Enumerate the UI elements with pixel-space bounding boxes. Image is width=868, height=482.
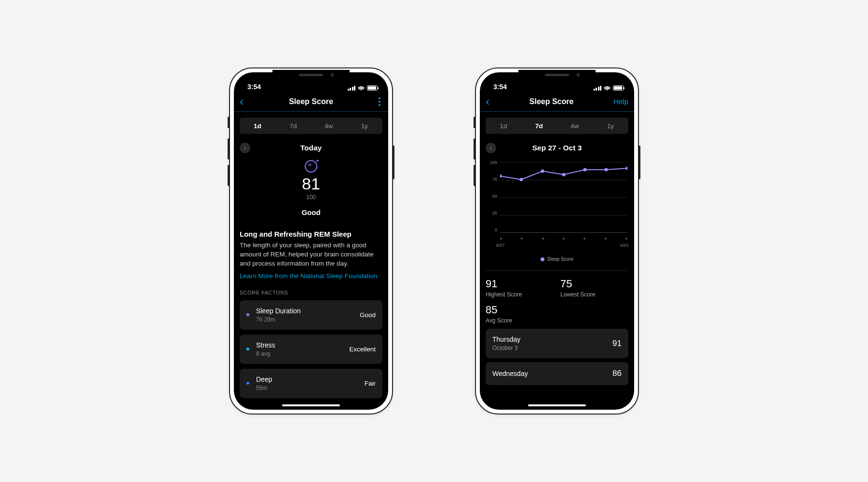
sleep-icon <box>305 160 317 173</box>
factor-rating: Excellent <box>349 346 376 353</box>
day-date: October 3 <box>492 345 520 351</box>
status-time: 3:54 <box>490 83 507 91</box>
svg-point-6 <box>625 167 627 170</box>
stat-lowest: 75 Lowest Score <box>560 278 628 298</box>
insight-body: The length of your sleep, paired with a … <box>240 241 382 268</box>
score-value: 81 <box>240 175 382 192</box>
status-time: 3:54 <box>244 83 261 91</box>
x-first: 9/27 <box>496 243 505 248</box>
factor-sub: 8 avg <box>256 350 349 357</box>
factor-sub: 55m <box>256 385 365 391</box>
signal-icon <box>594 86 602 91</box>
stat-highest: 91 Highest Score <box>486 278 554 298</box>
date-range-label: Sep 27 - Oct 3 <box>496 144 618 152</box>
day-score: 91 <box>612 339 622 348</box>
page-title: Sleep Score <box>529 97 574 106</box>
factor-rating: Fair <box>365 380 376 387</box>
seg-1d[interactable]: 1d <box>240 118 275 134</box>
seg-1y[interactable]: 1y <box>593 118 628 134</box>
svg-point-4 <box>583 168 586 172</box>
factor-name: Sleep Duration <box>256 307 360 315</box>
seg-7d[interactable]: 7d <box>521 118 557 134</box>
more-menu-button[interactable] <box>379 97 382 106</box>
sleep-score-chart: 100 75 50 25 0 <box>486 160 628 262</box>
svg-point-5 <box>604 168 608 172</box>
wifi-icon <box>358 86 365 91</box>
home-indicator[interactable] <box>282 404 340 406</box>
signal-icon <box>348 86 356 91</box>
factor-dot-icon <box>246 382 249 385</box>
svg-point-2 <box>541 169 544 173</box>
back-button[interactable]: ‹ <box>240 96 244 107</box>
x-last: 10/3 <box>620 243 628 248</box>
factor-name: Deep <box>256 375 365 383</box>
y-tick: 50 <box>486 194 497 199</box>
y-tick: 25 <box>486 211 497 215</box>
time-range-segmented: 1d 7d 4w 1y <box>486 118 628 134</box>
seg-4w[interactable]: 4w <box>311 118 347 134</box>
back-button[interactable]: ‹ <box>486 96 489 107</box>
stat-value: 85 <box>486 304 554 316</box>
legend-label: Sleep Score <box>547 256 573 262</box>
home-indicator[interactable] <box>528 404 586 406</box>
seg-1d[interactable]: 1d <box>486 118 521 134</box>
factor-dot-icon <box>246 313 249 316</box>
seg-1y[interactable]: 1y <box>347 118 382 134</box>
help-link[interactable]: Help <box>613 97 628 106</box>
seg-7d[interactable]: 7d <box>275 118 311 134</box>
wifi-icon <box>604 86 610 91</box>
phone-right: 3:54 ‹ Sleep Score Help 1d 7d 4w 1y ‹ Se… <box>475 67 639 415</box>
date-label: Today <box>250 144 372 152</box>
stat-label: Lowest Score <box>560 291 628 298</box>
score-block: 81 100 Good <box>240 160 382 216</box>
insight-title: Long and Refreshing REM Sleep <box>240 230 382 238</box>
day-score: 86 <box>612 369 622 378</box>
prev-date-button[interactable]: ‹ <box>486 143 496 153</box>
svg-point-1 <box>519 178 523 181</box>
battery-icon <box>613 85 624 91</box>
day-card-wednesday[interactable]: Wednesday 86 <box>486 362 628 385</box>
battery-icon <box>367 85 378 91</box>
legend-dot-icon <box>541 257 544 261</box>
factor-name: Stress <box>256 341 349 349</box>
factor-sleep-duration[interactable]: Sleep Duration 7h 29m Good <box>240 300 382 330</box>
time-range-segmented: 1d 7d 4w 1y <box>240 118 382 134</box>
stat-label: Avg Score <box>486 317 554 324</box>
factor-deep[interactable]: Deep 55m Fair <box>240 369 382 398</box>
factor-stress[interactable]: Stress 8 avg Excellent <box>240 335 382 364</box>
prev-date-button[interactable]: ‹ <box>240 143 250 153</box>
insight-link[interactable]: Learn More from the National Sleep Found… <box>240 272 377 280</box>
nav-bar: ‹ Sleep Score <box>234 92 388 112</box>
stat-value: 91 <box>486 278 554 290</box>
score-factors-label: SCORE FACTORS <box>240 290 382 295</box>
factor-sub: 7h 29m <box>256 316 360 323</box>
y-tick: 75 <box>486 177 497 182</box>
score-rating: Good <box>240 208 382 216</box>
phone-left: 3:54 ‹ Sleep Score 1d 7d 4w 1y ‹ Today <box>229 67 393 415</box>
y-tick: 0 <box>486 228 497 232</box>
stat-label: Highest Score <box>486 291 554 298</box>
factor-dot-icon <box>246 348 249 350</box>
y-tick: 100 <box>486 160 497 165</box>
stat-value: 75 <box>560 278 628 290</box>
stat-avg: 85 Avg Score <box>486 304 554 324</box>
svg-point-3 <box>562 173 565 176</box>
day-name: Wednesday <box>492 370 528 377</box>
seg-4w[interactable]: 4w <box>557 118 593 134</box>
svg-point-0 <box>500 174 502 178</box>
factor-rating: Good <box>360 311 376 319</box>
nav-bar: ‹ Sleep Score Help <box>480 92 634 112</box>
day-name: Thursday <box>492 335 520 343</box>
page-title: Sleep Score <box>289 97 333 106</box>
day-card-thursday[interactable]: Thursday October 3 91 <box>486 329 628 358</box>
score-max: 100 <box>240 194 382 201</box>
